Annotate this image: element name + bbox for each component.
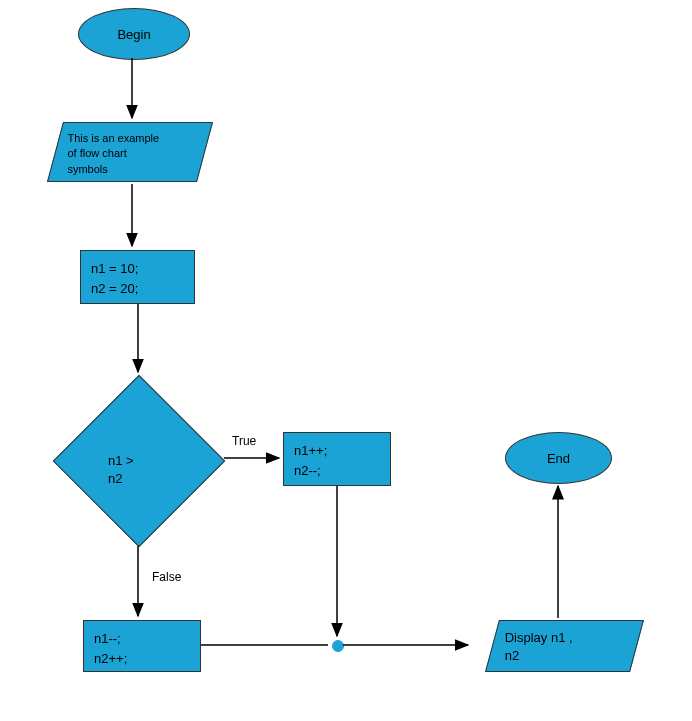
begin-label: Begin (117, 27, 150, 42)
terminator-end: End (505, 432, 612, 484)
io-display-line1: Display n1 , (505, 630, 573, 645)
process-init-line2: n2 = 20; (91, 281, 138, 296)
connector-merge (332, 640, 344, 652)
decision-compare (53, 375, 226, 548)
io-desc-line3: symbols (67, 163, 107, 175)
process-false: n1--; n2++; (83, 620, 201, 672)
io-display-line2: n2 (505, 648, 519, 663)
process-init-line1: n1 = 10; (91, 261, 138, 276)
process-false-line1: n1--; (94, 631, 121, 646)
io-desc-line2: of flow chart (67, 147, 126, 159)
end-label: End (547, 451, 570, 466)
label-false: False (152, 570, 181, 584)
terminator-begin: Begin (78, 8, 190, 60)
process-init: n1 = 10; n2 = 20; (80, 250, 195, 304)
decision-text: n1 > n2 (108, 452, 134, 488)
decision-line2: n2 (108, 471, 122, 486)
process-true-line1: n1++; (294, 443, 327, 458)
process-true-line2: n2--; (294, 463, 321, 478)
io-desc-line1: This is an example (67, 132, 159, 144)
io-display: Display n1 , n2 (485, 620, 644, 672)
io-description: This is an example of flow chart symbols (47, 122, 213, 182)
arrows (0, 0, 692, 721)
decision-line1: n1 > (108, 453, 134, 468)
process-true: n1++; n2--; (283, 432, 391, 486)
label-true: True (232, 434, 256, 448)
process-false-line2: n2++; (94, 651, 127, 666)
